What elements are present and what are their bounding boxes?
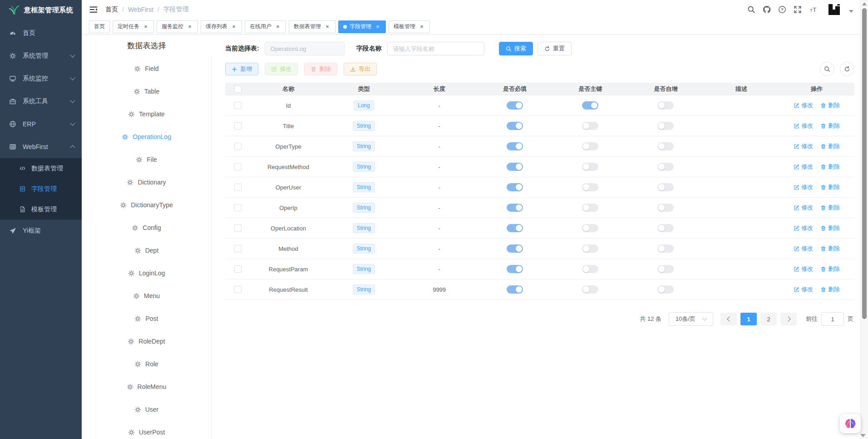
row-checkbox[interactable]: [234, 245, 242, 252]
primary-switch[interactable]: [582, 163, 598, 171]
row-checkbox[interactable]: [234, 286, 242, 293]
tab-close-icon[interactable]: ×: [419, 24, 425, 30]
table-refresh-button[interactable]: [840, 62, 854, 76]
increment-switch[interactable]: [657, 204, 674, 212]
fullscreen-icon[interactable]: [794, 5, 802, 14]
widget-collapse-caret-icon[interactable]: [860, 434, 866, 437]
delete-link[interactable]: 删除: [820, 204, 840, 212]
tree-item-roledept[interactable]: RoleDept: [82, 330, 211, 353]
sidebar-item-yi-framework[interactable]: Yi框架: [0, 220, 82, 242]
increment-switch[interactable]: [657, 183, 674, 191]
delete-link[interactable]: 删除: [820, 285, 840, 294]
tree-item-post[interactable]: Post: [82, 307, 211, 330]
primary-switch[interactable]: [582, 142, 598, 150]
required-switch[interactable]: [507, 224, 523, 232]
sidebar-item-webfirst[interactable]: WebFirst: [0, 135, 82, 158]
field-name-input[interactable]: [387, 42, 484, 55]
breadcrumb-home[interactable]: 首页: [105, 5, 118, 14]
tab-service-monitor[interactable]: 服务监控 ×: [157, 20, 198, 33]
increment-switch[interactable]: [657, 265, 674, 273]
add-button[interactable]: 新增: [225, 63, 258, 75]
tab-close-icon[interactable]: ×: [324, 24, 330, 30]
tree-item-dept[interactable]: Dept: [82, 239, 211, 262]
primary-switch[interactable]: [582, 183, 598, 191]
primary-switch[interactable]: [582, 285, 598, 294]
delete-link[interactable]: 删除: [820, 183, 840, 191]
select-all-checkbox[interactable]: [234, 85, 242, 93]
search-button[interactable]: 搜索: [499, 42, 533, 55]
user-avatar[interactable]: [827, 4, 841, 15]
delete-link[interactable]: 删除: [820, 265, 840, 273]
edit-link[interactable]: 修改: [794, 224, 813, 232]
delete-button[interactable]: 删除: [304, 63, 337, 75]
tree-item-field[interactable]: Field: [82, 57, 211, 80]
avatar-dropdown-caret-icon[interactable]: [849, 10, 853, 13]
required-switch[interactable]: [507, 265, 523, 273]
tab-field-manage[interactable]: 字段管理 ×: [338, 20, 386, 33]
tree-item-user[interactable]: User: [82, 398, 211, 421]
tab-close-icon[interactable]: ×: [275, 24, 281, 30]
delete-link[interactable]: 删除: [820, 101, 840, 110]
required-switch[interactable]: [507, 204, 523, 212]
tab-close-icon[interactable]: ×: [375, 24, 381, 30]
sidebar-subitem-table-manage[interactable]: 数据表管理: [0, 158, 82, 179]
page-size-select[interactable]: 10条/页: [669, 312, 713, 326]
primary-switch[interactable]: [582, 122, 598, 130]
edit-link[interactable]: 修改: [794, 285, 813, 294]
sidebar-item-system-monitor[interactable]: 系统监控: [0, 67, 82, 90]
primary-switch[interactable]: [582, 101, 598, 110]
primary-switch[interactable]: [582, 265, 598, 273]
required-switch[interactable]: [507, 285, 523, 294]
page-button-2[interactable]: 2: [760, 313, 777, 325]
increment-switch[interactable]: [657, 163, 674, 171]
row-checkbox[interactable]: [234, 265, 242, 273]
app-logo[interactable]: 意框架管理系统: [0, 0, 82, 20]
primary-switch[interactable]: [582, 224, 598, 232]
prev-page-button[interactable]: [720, 313, 737, 325]
tree-item-rolemenu[interactable]: RoleMenu: [82, 375, 211, 398]
delete-link[interactable]: 删除: [820, 244, 840, 253]
required-switch[interactable]: [507, 142, 523, 150]
sidebar-item-home[interactable]: 首页: [0, 22, 82, 45]
tab-template-manage[interactable]: 模板管理 ×: [389, 20, 430, 33]
tree-item-userpost[interactable]: UserPost: [82, 421, 211, 439]
export-button[interactable]: 导出: [344, 63, 377, 75]
tab-home[interactable]: 首页: [89, 20, 110, 33]
font-size-icon[interactable]: [809, 5, 817, 14]
assistant-widget-button[interactable]: [840, 414, 861, 433]
tab-table-manage[interactable]: 数据表管理 ×: [289, 20, 335, 33]
reset-button[interactable]: 重置: [538, 42, 572, 55]
scroll-up-arrow-icon[interactable]: [862, 2, 867, 5]
tab-online-users[interactable]: 在线用户 ×: [245, 20, 286, 33]
increment-switch[interactable]: [657, 101, 674, 110]
sidebar-item-system-admin[interactable]: 系统管理: [0, 45, 82, 67]
row-checkbox[interactable]: [234, 143, 242, 150]
tree-item-template[interactable]: Template: [82, 103, 211, 125]
row-checkbox[interactable]: [234, 224, 242, 232]
edit-link[interactable]: 修改: [794, 265, 813, 273]
edit-link[interactable]: 修改: [794, 183, 813, 191]
tree-item-config[interactable]: Config: [82, 216, 211, 239]
delete-link[interactable]: 删除: [820, 224, 840, 232]
next-page-button[interactable]: [780, 313, 797, 325]
increment-switch[interactable]: [657, 122, 674, 130]
increment-switch[interactable]: [657, 244, 674, 253]
breadcrumb-webfirst[interactable]: WebFirst: [128, 6, 153, 13]
required-switch[interactable]: [507, 163, 523, 171]
table-search-button[interactable]: [820, 62, 834, 76]
required-switch[interactable]: [507, 244, 523, 253]
browser-scrollbar[interactable]: [860, 0, 868, 439]
edit-link[interactable]: 修改: [794, 142, 813, 150]
tab-close-icon[interactable]: ×: [231, 24, 237, 30]
tree-item-role[interactable]: Role: [82, 353, 211, 375]
scrollbar-thumb[interactable]: [862, 8, 867, 319]
increment-switch[interactable]: [657, 285, 674, 294]
row-checkbox[interactable]: [234, 163, 242, 170]
increment-switch[interactable]: [657, 224, 674, 232]
tree-item-menu[interactable]: Menu: [82, 284, 211, 307]
row-checkbox[interactable]: [234, 102, 242, 109]
required-switch[interactable]: [507, 101, 523, 110]
sidebar-subitem-template-manage[interactable]: 模板管理: [0, 199, 82, 220]
edit-button[interactable]: 修改: [265, 63, 298, 75]
tree-item-operationlog[interactable]: OperationLog: [82, 125, 211, 148]
